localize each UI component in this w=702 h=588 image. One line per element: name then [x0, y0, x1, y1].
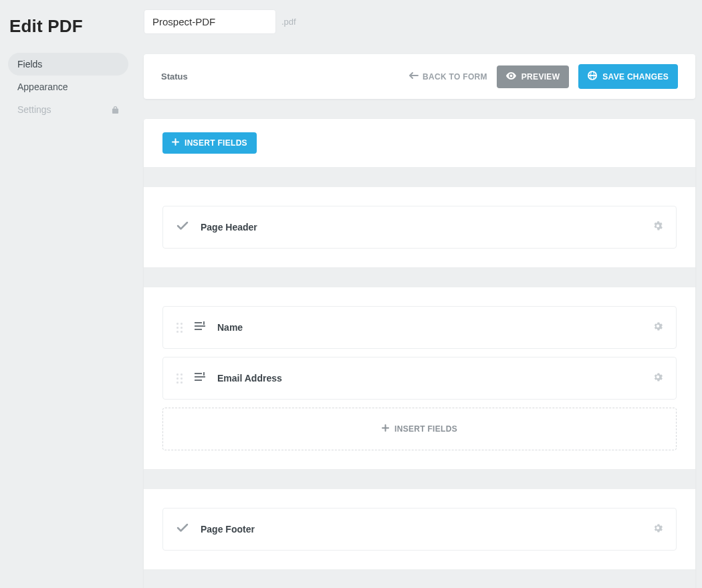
page-header-label: Page Header [201, 222, 257, 233]
status-label: Status [161, 71, 188, 82]
fields-editor: INSERT FIELDS Page Header [144, 119, 695, 588]
action-button-group: BACK TO FORM PREVIEW SAVE CHANGES [409, 64, 678, 89]
page-title: Edit PDF [8, 16, 132, 49]
save-changes-button[interactable]: SAVE CHANGES [578, 64, 678, 89]
sidebar-item-label: Settings [17, 104, 51, 115]
page-footer-row[interactable]: Page Footer [162, 508, 677, 551]
side-nav: Fields Appearance Settings [8, 53, 132, 121]
main-column: .pdf Status BACK TO FORM PREVIEW [132, 7, 695, 581]
page-header-section: Page Header [144, 187, 695, 267]
filename-row: .pdf [144, 9, 695, 34]
preview-label: PREVIEW [521, 72, 560, 82]
sidebar: Edit PDF Fields Appearance Settings [0, 7, 132, 581]
sidebar-item-appearance[interactable]: Appearance [8, 76, 128, 98]
field-list-section: Name Email Address [144, 287, 695, 469]
plus-icon [382, 424, 389, 434]
preview-button[interactable]: PREVIEW [497, 65, 569, 88]
back-to-form-link[interactable]: BACK TO FORM [409, 71, 487, 82]
sidebar-item-label: Appearance [17, 82, 68, 92]
back-to-form-label: BACK TO FORM [423, 72, 487, 82]
file-extension-label: .pdf [281, 17, 296, 27]
filename-input[interactable] [144, 9, 276, 34]
check-icon [177, 523, 189, 535]
text-field-icon [195, 372, 205, 384]
save-changes-label: SAVE CHANGES [602, 72, 669, 82]
eye-icon [506, 72, 516, 82]
text-field-icon [195, 321, 205, 333]
check-icon [177, 221, 189, 233]
gear-icon[interactable] [653, 321, 663, 333]
lock-icon [112, 106, 119, 114]
status-bar: Status BACK TO FORM PREVIEW [144, 54, 695, 99]
insert-fields-button[interactable]: INSERT FIELDS [162, 132, 257, 154]
gear-icon[interactable] [653, 221, 663, 233]
page-footer-label: Page Footer [201, 524, 255, 535]
sidebar-item-fields[interactable]: Fields [8, 53, 128, 76]
arrow-left-icon [409, 71, 419, 82]
field-row[interactable]: Email Address [162, 357, 677, 400]
insert-fields-top: INSERT FIELDS [144, 119, 695, 167]
globe-icon [588, 71, 597, 82]
gear-icon[interactable] [653, 523, 663, 535]
page-header-row[interactable]: Page Header [162, 206, 677, 249]
page-footer-section: Page Footer [144, 489, 695, 569]
sidebar-item-settings: Settings [8, 98, 128, 121]
insert-fields-dropzone[interactable]: INSERT FIELDS [162, 408, 677, 450]
gear-icon[interactable] [653, 372, 663, 384]
drag-handle-icon[interactable] [177, 374, 183, 384]
field-label: Email Address [217, 373, 282, 384]
insert-fields-dropzone-label: INSERT FIELDS [394, 424, 457, 434]
plus-icon [172, 138, 179, 148]
field-label: Name [217, 322, 243, 333]
insert-fields-label: INSERT FIELDS [185, 138, 247, 148]
field-row[interactable]: Name [162, 306, 677, 349]
sidebar-item-label: Fields [17, 59, 42, 69]
drag-handle-icon[interactable] [177, 323, 183, 333]
